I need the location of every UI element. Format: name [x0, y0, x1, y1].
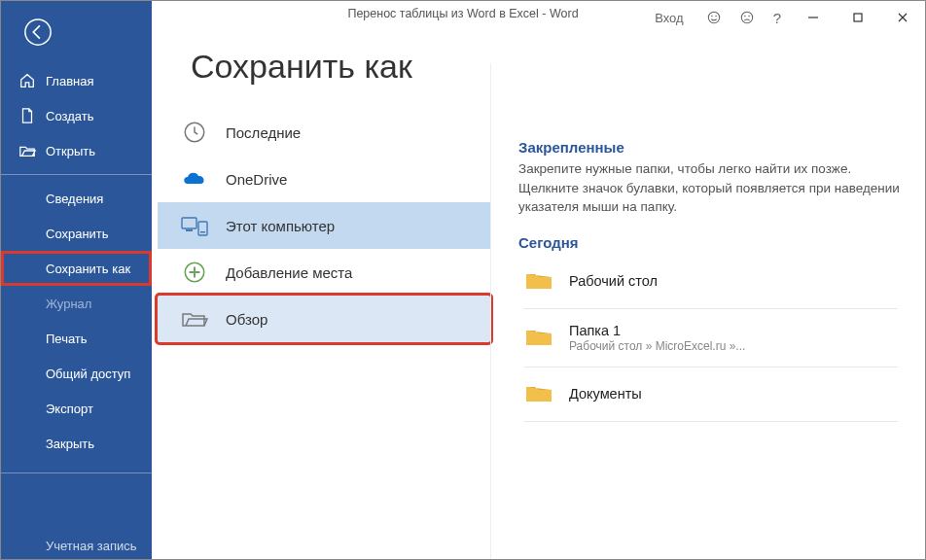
folder-title: Документы	[569, 386, 642, 402]
sidebar-item-label: Сохранить как	[46, 262, 130, 276]
location-recent[interactable]: Последние	[158, 109, 490, 156]
location-label: Обзор	[226, 311, 267, 328]
location-browse[interactable]: Обзор	[158, 296, 490, 342]
backstage-sidebar: Главная Создать Открыть Сведения Сохрани…	[1, 1, 152, 559]
svg-point-1	[708, 12, 719, 22]
pinned-header: Закрепленные	[518, 139, 904, 156]
svg-rect-12	[200, 231, 205, 233]
sidebar-item-create[interactable]: Создать	[1, 98, 152, 133]
sidebar-item-share[interactable]: Общий доступ	[1, 356, 152, 391]
svg-point-3	[715, 16, 717, 18]
sidebar-secondary-group: Сведения Сохранить Сохранить как Журнал …	[1, 181, 152, 461]
titlebar: Перенос таблицы из Word в Excel - Word В…	[152, 1, 925, 34]
browse-folder-icon	[181, 308, 208, 330]
location-label: Этот компьютер	[226, 218, 335, 234]
today-header: Сегодня	[518, 234, 904, 251]
page-title: Сохранить как	[158, 34, 490, 103]
folder-text: Документы	[569, 386, 642, 402]
face-sad-icon[interactable]	[730, 1, 764, 34]
sidebar-item-label: Создать	[46, 109, 93, 123]
svg-rect-10	[186, 229, 193, 231]
folder-text: Папка 1 Рабочий стол » MicroExcel.ru »..…	[569, 323, 745, 353]
sidebar-item-label: Открыть	[46, 144, 95, 158]
login-button[interactable]: Вход	[641, 1, 696, 34]
sidebar-item-label: Главная	[46, 74, 93, 88]
location-this-pc[interactable]: Этот компьютер	[158, 202, 490, 249]
folder-row[interactable]: Рабочий стол	[518, 255, 904, 308]
close-button[interactable]	[880, 1, 925, 34]
svg-point-5	[744, 16, 746, 18]
sidebar-item-save-as[interactable]: Сохранить как	[1, 251, 152, 286]
locations-column: Сохранить как Последние OneDrive Этот ко…	[152, 34, 490, 559]
folder-row[interactable]: Документы	[518, 368, 904, 421]
folder-icon	[524, 325, 552, 351]
app-window: Главная Создать Открыть Сведения Сохрани…	[0, 0, 926, 560]
folder-icon	[524, 268, 552, 295]
face-smile-icon[interactable]	[697, 1, 730, 34]
sidebar-item-print[interactable]: Печать	[1, 321, 152, 356]
folder-title: Папка 1	[569, 323, 745, 338]
this-pc-icon	[181, 214, 208, 237]
help-icon[interactable]: ?	[764, 1, 791, 34]
sidebar-item-label: Сохранить	[46, 227, 109, 241]
sidebar-item-label: Печать	[46, 332, 88, 346]
svg-point-4	[741, 12, 752, 22]
sidebar-item-label: Общий доступ	[46, 367, 130, 381]
svg-point-0	[25, 19, 51, 45]
minimize-button[interactable]	[791, 1, 836, 34]
document-title: Перенос таблицы из Word в Excel - Word	[347, 7, 578, 20]
svg-rect-7	[854, 14, 862, 21]
main-area: Перенос таблицы из Word в Excel - Word В…	[152, 1, 925, 559]
sidebar-item-save[interactable]: Сохранить	[1, 216, 152, 251]
svg-rect-9	[182, 218, 196, 228]
location-list: Последние OneDrive Этот компьютер Добавл…	[158, 109, 490, 342]
sidebar-item-label: Закрыть	[46, 437, 94, 451]
sidebar-item-close[interactable]: Закрыть	[1, 426, 152, 461]
location-label: OneDrive	[226, 171, 287, 188]
add-place-icon	[181, 260, 208, 285]
location-add-place[interactable]: Добавление места	[158, 249, 490, 296]
maximize-button[interactable]	[836, 1, 880, 34]
folder-subtitle: Рабочий стол » MicroExcel.ru »...	[569, 339, 745, 353]
content-wrap: Сохранить как Последние OneDrive Этот ко…	[152, 34, 925, 559]
svg-point-6	[748, 16, 750, 18]
svg-point-2	[711, 16, 713, 18]
folder-row[interactable]: Папка 1 Рабочий стол » MicroExcel.ru »..…	[518, 309, 904, 367]
svg-rect-11	[198, 222, 207, 235]
home-icon	[18, 72, 36, 89]
sidebar-item-label: Экспорт	[46, 402, 93, 416]
folder-text: Рабочий стол	[569, 273, 658, 289]
sidebar-account-label[interactable]: Учетная запись	[46, 539, 137, 553]
pinned-help-text: Закрепите нужные папки, чтобы легко найт…	[518, 159, 904, 217]
folders-column: Закрепленные Закрепите нужные папки, что…	[490, 63, 925, 559]
location-label: Последние	[226, 124, 301, 141]
sidebar-item-info[interactable]: Сведения	[1, 181, 152, 216]
sidebar-item-label: Журнал	[46, 297, 91, 311]
sidebar-item-export[interactable]: Экспорт	[1, 391, 152, 426]
open-folder-icon	[18, 142, 36, 159]
sidebar-item-label: Сведения	[46, 192, 103, 206]
back-button[interactable]	[15, 9, 61, 55]
sidebar-item-history[interactable]: Журнал	[1, 286, 152, 321]
location-onedrive[interactable]: OneDrive	[158, 156, 490, 202]
row-separator	[524, 421, 898, 422]
onedrive-icon	[181, 169, 208, 189]
sidebar-item-home[interactable]: Главная	[1, 63, 152, 98]
sidebar-separator	[1, 472, 152, 473]
folder-title: Рабочий стол	[569, 273, 658, 289]
location-label: Добавление места	[226, 264, 352, 281]
clock-icon	[181, 120, 208, 145]
new-doc-icon	[18, 107, 36, 124]
sidebar-separator	[1, 174, 152, 175]
sidebar-item-open[interactable]: Открыть	[1, 133, 152, 168]
folder-icon	[524, 381, 552, 407]
